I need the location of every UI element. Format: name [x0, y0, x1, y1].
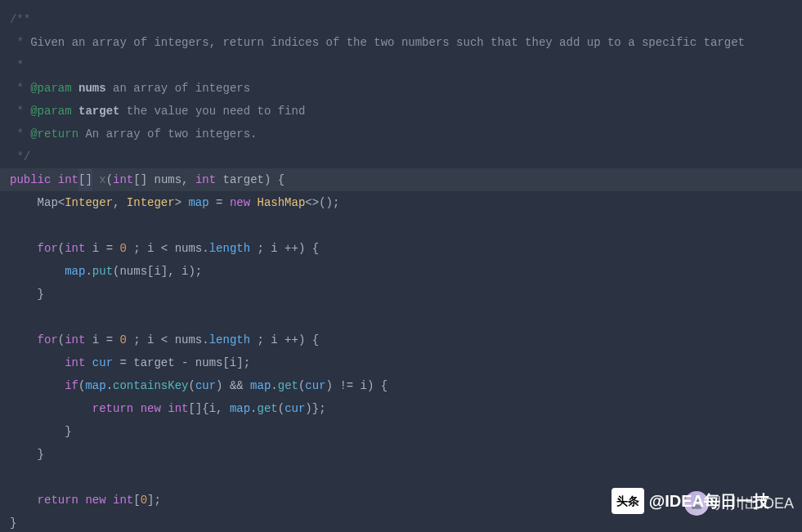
code-line: * @return An array of two integers. — [10, 123, 802, 145]
code-line: /** — [10, 8, 802, 31]
comment-text: /** — [10, 8, 30, 31]
method-name: put — [92, 260, 113, 283]
code-line: for(int i = 0 ; i < nums.length ; i ++) … — [10, 329, 802, 351]
doc-tag: @param — [30, 77, 71, 100]
method-name: get — [278, 374, 298, 397]
doc-param-name: target — [78, 100, 119, 123]
keyword: if — [10, 374, 78, 397]
bracket-highlight: [] — [78, 168, 92, 191]
watermark-overlay-2: 头条 @IDEA每日一技 — [612, 488, 769, 514]
code-line: * @param target the value you need to fi… — [10, 100, 802, 123]
code-line: int cur = target - nums[i]; — [10, 351, 802, 374]
doc-tag: @return — [30, 123, 78, 145]
keyword: for — [10, 329, 58, 351]
doc-tag: @param — [30, 100, 71, 123]
code-line: } — [10, 512, 802, 532]
code-line: */ — [10, 145, 802, 168]
watermark-handle: @IDEA每日一技 — [649, 490, 769, 512]
code-line: for(int i = 0 ; i < nums.length ; i ++) … — [10, 237, 802, 260]
code-line-highlighted: public int[] x(int[] nums, int target) { — [0, 168, 802, 191]
code-line: * @param nums an array of integers — [10, 77, 802, 100]
code-line: } — [10, 283, 802, 306]
keyword: return — [10, 397, 141, 420]
number-literal: 0 — [141, 489, 147, 512]
type-name: Integer — [127, 191, 175, 214]
code-line: } — [10, 443, 802, 466]
number-literal: 0 — [119, 237, 126, 260]
javadoc-description: Given an array of integers, return indic… — [30, 31, 745, 54]
cursor-position: x — [92, 168, 106, 191]
type-name: Integer — [65, 191, 113, 214]
method-name: containsKey — [113, 374, 188, 397]
code-line: map.put(nums[i], i); — [10, 260, 802, 283]
number-literal: 0 — [119, 329, 126, 351]
code-line: * Given an array of integers, return ind… — [10, 31, 802, 54]
code-line: if(map.containsKey(cur) && map.get(cur) … — [10, 374, 802, 397]
watermark-logo: 头条 — [612, 488, 644, 514]
code-line-blank — [10, 466, 802, 489]
code-line: return new int[]{i, map.get(cur)}; — [10, 397, 802, 420]
code-line-blank — [10, 306, 802, 329]
code-line: * — [10, 54, 802, 77]
keyword: public — [10, 168, 58, 191]
type-name: HashMap — [258, 191, 306, 214]
method-name: get — [258, 397, 278, 420]
keyword: return — [10, 489, 85, 512]
code-line: } — [10, 420, 802, 443]
code-editor[interactable]: /** * Given an array of integers, return… — [10, 0, 802, 532]
code-line-blank — [10, 214, 802, 237]
keyword: for — [10, 237, 58, 260]
doc-param-name: nums — [78, 77, 106, 100]
code-line: Map<Integer, Integer> map = new HashMap<… — [10, 191, 802, 214]
